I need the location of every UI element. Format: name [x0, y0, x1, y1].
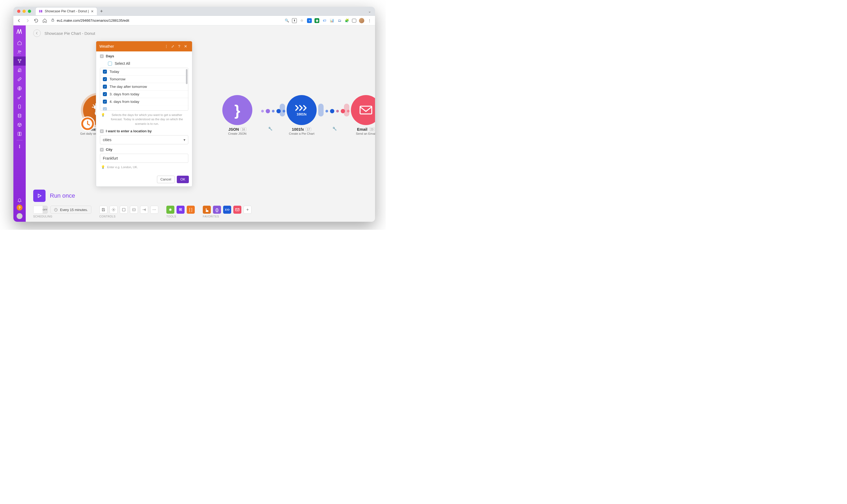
bookmark-icon[interactable]: ☆: [300, 18, 304, 23]
sidebar-item-webhooks[interactable]: [13, 84, 26, 93]
helper-text: Enter e.g. London, UK.: [107, 165, 138, 169]
svg-point-5: [20, 51, 21, 52]
url-field[interactable]: eu1.make.com/294667/scenarios/1288135/ed…: [51, 18, 281, 23]
ext-puzzle-icon[interactable]: 🧩: [344, 18, 349, 23]
fav-1001fx[interactable]: [223, 206, 231, 214]
wrench-icon[interactable]: 🔧: [268, 127, 272, 131]
new-tab-button[interactable]: +: [100, 9, 103, 14]
panel-menu-icon[interactable]: ⋮: [163, 44, 169, 49]
fav-email[interactable]: [233, 206, 241, 214]
forward-icon[interactable]: [25, 18, 30, 23]
run-label: Run once: [50, 192, 75, 199]
toggle-off-label: OFF: [42, 206, 48, 213]
node-json[interactable]: } JSON16 Create JSON: [216, 95, 259, 135]
scheduling-toggle[interactable]: OFF: [33, 206, 48, 214]
checkbox-icon[interactable]: [103, 85, 107, 89]
collapse-icon[interactable]: ▾: [100, 129, 104, 133]
settings-button[interactable]: [110, 206, 118, 214]
select-all-row[interactable]: Select All: [100, 60, 188, 68]
sidebar-item-keys[interactable]: [13, 93, 26, 102]
tool-flow[interactable]: ✱: [166, 206, 174, 214]
ext-green-icon[interactable]: ◉: [314, 18, 319, 23]
profile-avatar[interactable]: [359, 18, 364, 23]
location-by-select[interactable]: cities ▾: [100, 135, 188, 144]
tool-text[interactable]: [ ]: [187, 206, 195, 214]
day-option[interactable]: Today: [100, 68, 188, 75]
notes-button[interactable]: [120, 206, 128, 214]
sidebar-item-team[interactable]: [13, 48, 26, 56]
zoom-icon[interactable]: 🔍: [285, 18, 289, 23]
close-tab-icon[interactable]: ✕: [91, 10, 94, 13]
user-avatar[interactable]: [17, 213, 22, 219]
fav-weather[interactable]: [203, 206, 211, 214]
controls-group: ⋯ CONTROLS: [100, 206, 158, 218]
sidebar-item-datastores[interactable]: [13, 111, 26, 120]
ext-panel-icon[interactable]: [352, 19, 356, 22]
ok-button[interactable]: OK: [177, 176, 189, 183]
home-icon[interactable]: [42, 18, 47, 23]
sidebar-item-notifications[interactable]: [13, 196, 26, 204]
save-button[interactable]: [100, 206, 107, 214]
explain-button[interactable]: [140, 206, 148, 214]
checkbox-icon[interactable]: [103, 77, 107, 81]
schedule-interval[interactable]: Every 15 minutes.: [50, 206, 91, 214]
tabs-overflow-icon[interactable]: ⌄: [368, 9, 371, 13]
close-window-icon[interactable]: [17, 10, 20, 13]
day-option[interactable]: [100, 105, 188, 111]
more-button[interactable]: ⋯: [150, 206, 158, 214]
sidebar-item-datastructures[interactable]: [13, 120, 26, 129]
city-input[interactable]: Frankfurt: [100, 154, 188, 163]
titlebar: Showcase Pie Chart - Donut | ✕ + ⌄: [13, 7, 375, 16]
ext-onetab-icon[interactable]: 🗂: [337, 18, 342, 23]
scrollbar-thumb[interactable]: [186, 69, 187, 84]
checkbox-icon[interactable]: [108, 61, 112, 66]
autoalign-button[interactable]: [130, 206, 138, 214]
wrench-icon[interactable]: 🔧: [332, 127, 337, 131]
node-email[interactable]: Email23 Send an Email: [344, 95, 375, 135]
fav-json[interactable]: {}: [213, 206, 221, 214]
window-controls: [17, 10, 31, 13]
sidebar-item-more[interactable]: [13, 142, 26, 151]
sidebar-item-devices[interactable]: [13, 102, 26, 111]
make-logo-icon[interactable]: [13, 25, 26, 37]
maximize-window-icon[interactable]: [28, 10, 31, 13]
day-option[interactable]: The day after tomorrow: [100, 83, 188, 90]
ext-tag-icon[interactable]: 🏷: [322, 18, 327, 23]
help-icon[interactable]: ?: [17, 204, 22, 211]
sidebar-item-docs[interactable]: [13, 129, 26, 139]
ext-chart-icon[interactable]: 📊: [329, 18, 334, 23]
node-title: 1001fx: [292, 127, 304, 131]
collapse-icon[interactable]: ▾: [100, 148, 104, 151]
back-icon[interactable]: [17, 18, 21, 23]
day-option[interactable]: Tomorrow: [100, 75, 188, 83]
ext-plus-icon[interactable]: ＋: [307, 18, 312, 23]
email-icon: [358, 102, 374, 118]
checkbox-icon[interactable]: [103, 107, 107, 111]
fav-add[interactable]: +: [244, 206, 252, 214]
back-button[interactable]: [33, 30, 41, 37]
checkbox-icon[interactable]: [103, 100, 107, 104]
run-button[interactable]: [33, 190, 46, 202]
sidebar-item-templates[interactable]: [13, 66, 26, 75]
panel-expand-icon[interactable]: ⤢: [169, 44, 176, 49]
checkbox-icon[interactable]: [103, 70, 107, 74]
browser-tab[interactable]: Showcase Pie Chart - Donut | ✕: [35, 7, 97, 15]
checkbox-icon[interactable]: [103, 92, 107, 96]
browser-menu-icon[interactable]: ⋮: [367, 18, 372, 23]
reload-icon[interactable]: [34, 18, 39, 23]
node-1001fx[interactable]: 1001fx 1001fx17 Create a Pie Chart: [280, 95, 323, 135]
collapse-icon[interactable]: ▾: [100, 54, 104, 58]
scenario-canvas[interactable]: Showcase Pie Chart - Donut: [26, 25, 375, 222]
day-option[interactable]: 4. days from today: [100, 98, 188, 105]
location-by-label: I want to enter a location by: [106, 129, 151, 133]
cancel-button[interactable]: Cancel: [157, 176, 175, 183]
tool-tools[interactable]: 🛠: [177, 206, 184, 214]
panel-help-icon[interactable]: ?: [176, 44, 182, 49]
sidebar-item-scenarios[interactable]: [13, 56, 26, 66]
panel-close-icon[interactable]: ✕: [182, 44, 189, 49]
share-icon[interactable]: ⬆: [292, 18, 297, 23]
day-option[interactable]: 3. days from today: [100, 90, 188, 98]
minimize-window-icon[interactable]: [22, 10, 26, 13]
sidebar-item-home[interactable]: [13, 38, 26, 48]
sidebar-item-connections[interactable]: [13, 75, 26, 84]
